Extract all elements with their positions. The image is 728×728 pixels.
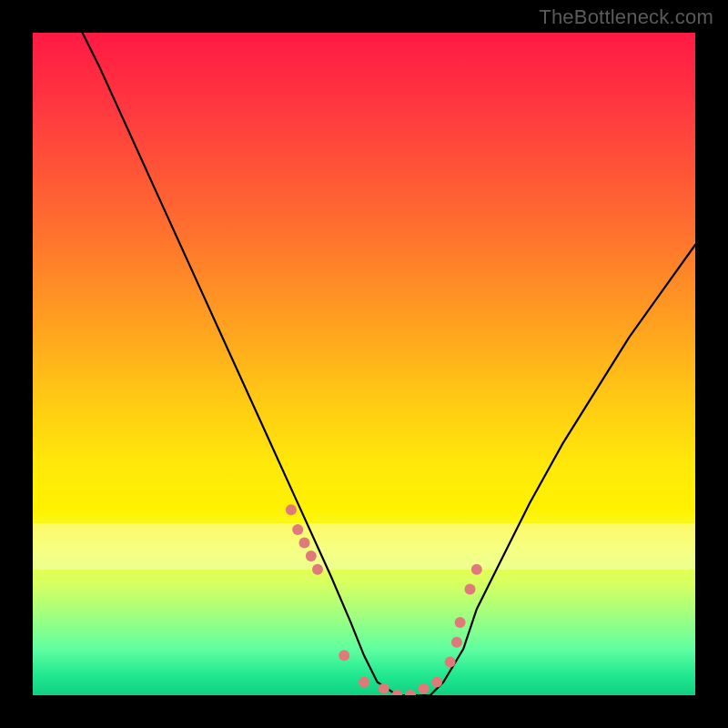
highlight-dot: [286, 504, 297, 515]
highlight-dot: [405, 690, 416, 695]
highlight-dot: [455, 617, 466, 628]
bottleneck-curve: [33, 33, 695, 695]
highlight-dot: [471, 564, 482, 575]
highlight-dot: [379, 683, 389, 694]
highlight-dot: [299, 538, 310, 549]
highlight-dot: [292, 524, 303, 535]
highlight-dot: [419, 683, 430, 694]
highlight-dot: [451, 637, 462, 648]
highlight-dot: [339, 650, 349, 661]
highlight-dots: [286, 504, 482, 695]
highlight-dot: [312, 564, 323, 575]
highlight-dot: [431, 676, 442, 687]
highlight-dot: [445, 657, 456, 668]
watermark-text: TheBottleneck.com: [539, 5, 713, 29]
highlight-dot: [306, 551, 317, 561]
plot-area: [33, 33, 695, 695]
chart-frame: TheBottleneck.com: [0, 0, 728, 728]
curve-layer: [33, 33, 695, 695]
highlight-dot: [391, 690, 402, 695]
highlight-dot: [359, 676, 369, 687]
highlight-dot: [465, 584, 476, 595]
